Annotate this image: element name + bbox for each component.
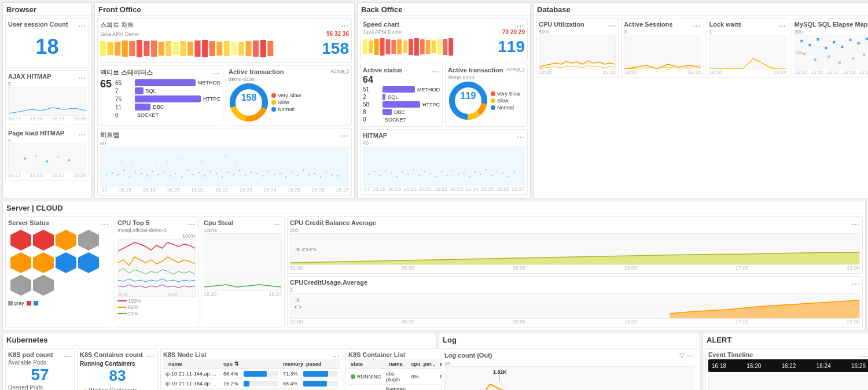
- bo-trans-title: Active transaction: [448, 67, 503, 73]
- svg-rect-118: [424, 171, 425, 172]
- fo-donut-legend: Very Slow Slow Normal: [271, 91, 301, 113]
- svg-rect-44: [164, 172, 165, 173]
- db-mysql-title: MySQL SQL Elapse Map: [795, 21, 868, 28]
- svg-rect-86: [236, 163, 237, 164]
- fo-speed-title: 스피드 차트: [100, 21, 349, 30]
- svg-rect-56: [233, 174, 234, 175]
- db-cpu-chart: [539, 35, 616, 69]
- svg-rect-52: [210, 171, 211, 172]
- svg-rect-75: [109, 164, 110, 165]
- fo-hm-t1: :17: [100, 187, 108, 193]
- svg-rect-96: [414, 38, 419, 56]
- db-sessions-more[interactable]: ···: [693, 21, 700, 31]
- svg-rect-20: [209, 41, 215, 56]
- svg-rect-34: [106, 175, 107, 176]
- db-cpu-more[interactable]: ···: [608, 21, 615, 31]
- hex-blue-2: [78, 252, 99, 273]
- sc-steal-more[interactable]: ···: [274, 220, 281, 229]
- svg-text:119: 119: [461, 91, 476, 101]
- svg-rect-133: [508, 176, 509, 177]
- svg-marker-180: [290, 252, 859, 265]
- sc-server-title: Server Status: [8, 219, 109, 226]
- svg-rect-120: [436, 176, 437, 177]
- k8s-node-table: _name_ cpu ⇅ memory_pused ip-10-21-11-14…: [163, 359, 340, 390]
- bo-active-more[interactable]: ···: [432, 67, 439, 76]
- svg-rect-77: [132, 163, 133, 164]
- fo-speed-more[interactable]: ···: [341, 21, 348, 31]
- sc-credit-usage-more[interactable]: ···: [852, 279, 859, 289]
- svg-rect-80: [167, 161, 168, 163]
- log-out-title: Log count (Out): [444, 352, 492, 359]
- bo-trans-more[interactable]: ···: [517, 67, 524, 76]
- svg-rect-37: [123, 170, 124, 171]
- ajax-t3: 16:23: [52, 116, 65, 122]
- ajax-t2: 16:20: [30, 116, 43, 122]
- svg-text:158: 158: [241, 93, 257, 102]
- sc-credit-usage-title: CPUCreditUsage.Average: [290, 279, 860, 286]
- sc-cpu5-chart: 16:20 16:24: [117, 239, 196, 297]
- bo-hitmap-more[interactable]: ···: [517, 133, 524, 142]
- node-col-name: _name_: [163, 359, 221, 369]
- fo-trans-more[interactable]: ···: [341, 69, 348, 78]
- fo-hm-t3: 16:19: [142, 187, 156, 193]
- log-out-filter[interactable]: ▽: [679, 351, 685, 360]
- alert-et-more[interactable]: ···: [861, 352, 868, 361]
- fo-hm-t8: 16:24: [263, 187, 277, 193]
- bo-active-total: 64: [363, 75, 440, 85]
- sc-server-more[interactable]: ···: [101, 220, 109, 229]
- db-lock-more[interactable]: ···: [778, 21, 785, 31]
- k8s-node-more[interactable]: ···: [332, 352, 340, 361]
- svg-rect-27: [260, 40, 266, 57]
- node-table-row: ip-10-21-11-164.ap-northeast-2.compute.i…: [163, 379, 340, 389]
- svg-rect-62: [268, 171, 269, 172]
- svg-rect-127: [475, 171, 476, 172]
- fo-active-more[interactable]: ···: [212, 69, 220, 78]
- log-out-more[interactable]: ···: [687, 351, 694, 360]
- svg-rect-38: [129, 176, 130, 178]
- svg-rect-114: [402, 171, 403, 172]
- svg-rect-60: [256, 173, 258, 174]
- svg-text:16:24: 16:24: [168, 292, 178, 296]
- svg-rect-113: [396, 176, 398, 177]
- svg-rect-72: [326, 172, 327, 173]
- svg-rect-6: [108, 42, 113, 55]
- sc-cpu5-more[interactable]: ···: [187, 220, 195, 229]
- svg-rect-87: [363, 39, 367, 54]
- svg-rect-54: [222, 176, 223, 178]
- svg-rect-94: [403, 41, 407, 53]
- alert-timeline-bar: 16:18 16:20 16:22 16:24 16:26: [708, 359, 868, 372]
- pl-t2: 16:20: [30, 172, 43, 178]
- svg-rect-71: [320, 176, 321, 178]
- k8s-running-label: Running Containers: [80, 360, 155, 367]
- session-more-btn[interactable]: ···: [78, 21, 86, 31]
- k8s-node-title: K8S Node List: [163, 351, 340, 358]
- bo-donut-legend: Very Slow Slow Normal: [491, 90, 520, 112]
- svg-rect-16: [180, 41, 186, 56]
- svg-rect-111: [385, 170, 387, 171]
- svg-rect-125: [464, 172, 465, 174]
- svg-rect-39: [135, 172, 136, 173]
- server-cloud-title: Server | CLOUD: [3, 201, 865, 214]
- svg-rect-48: [187, 170, 188, 171]
- fo-active-total: 65: [100, 78, 112, 90]
- ajax-more-btn[interactable]: ···: [78, 73, 86, 83]
- svg-rect-57: [239, 170, 240, 171]
- pl-t4: 16:26: [73, 172, 86, 178]
- bo-speed-more[interactable]: ···: [517, 21, 524, 31]
- db-mysql-more[interactable]: ···: [863, 21, 868, 31]
- fo-hitmap-more[interactable]: ···: [341, 131, 348, 141]
- fo-hm-t6: 16:22: [215, 187, 229, 193]
- fo-httpc-bar: 75 HTTPC: [115, 95, 220, 102]
- svg-rect-58: [245, 175, 246, 176]
- svg-rect-124: [458, 174, 459, 175]
- sc-credit-more[interactable]: ···: [852, 220, 859, 229]
- k8s-pod-more[interactable]: ···: [64, 352, 71, 361]
- node-col-cpu: cpu ⇅: [221, 359, 281, 369]
- k8s-container-more[interactable]: ···: [147, 352, 155, 361]
- sc-credit-title: CPU Credit Balance Average: [290, 219, 860, 226]
- svg-rect-70: [314, 173, 315, 174]
- alert-et-title: Event Timeline: [708, 351, 868, 358]
- svg-rect-40: [141, 173, 142, 174]
- pageload-more-btn[interactable]: ···: [78, 130, 86, 139]
- svg-rect-35: [112, 172, 113, 174]
